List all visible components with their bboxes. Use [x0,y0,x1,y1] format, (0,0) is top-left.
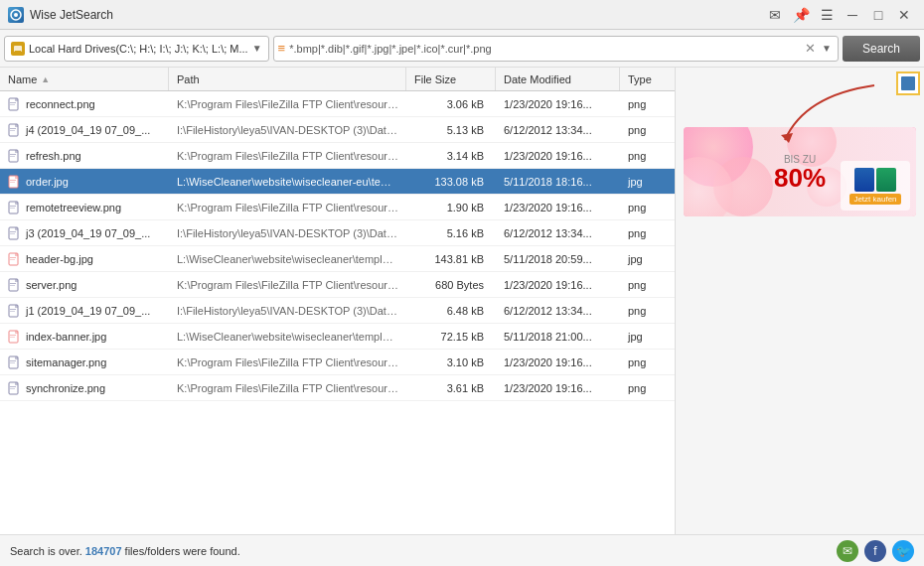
file-date-cell: 1/23/2020 19:16... [496,98,620,110]
file-type-icon [8,304,22,318]
status-prefix: Search is over. [10,545,82,557]
table-row[interactable]: server.png K:\Program Files\FileZilla FT… [0,272,675,298]
file-name-cell: remotetreeview.png [0,201,169,214]
ad-percent: 80% [774,165,826,191]
status-suffix: files/folders were found. [125,545,240,557]
file-path-cell: K:\Program Files\FileZilla FTP Client\re… [169,382,406,394]
file-type-cell: jpg [620,176,675,188]
facebook-icon[interactable]: f [864,540,886,562]
col-header-path[interactable]: Path [169,68,406,90]
table-row[interactable]: j1 (2019_04_19 07_09_... I:\FileHistory\… [0,298,675,324]
status-text: Search is over. 184707 files/folders wer… [10,545,240,557]
file-type-icon [8,252,22,266]
window-controls: ✉ 📌 ☰ ─ □ ✕ [763,5,916,25]
file-type-icon [8,123,22,137]
file-path-cell: K:\Program Files\FileZilla FTP Client\re… [169,98,406,110]
file-name-cell: j4 (2019_04_19 07_09_... [0,123,169,137]
filter-chevron-icon[interactable]: ▼ [820,43,834,54]
file-name-cell: order.jpg [0,175,169,189]
file-size-cell: 3.10 kB [406,356,496,368]
col-header-name[interactable]: Name ▲ [0,68,169,90]
table-row[interactable]: header-bg.jpg L:\WiseCleaner\website\wis… [0,246,675,272]
file-name-cell: j1 (2019_04_19 07_09_... [0,304,169,318]
file-type-icon [8,330,22,344]
file-type-icon [8,201,22,214]
file-path-cell: L:\WiseCleaner\website\wisecleaner-eu\te… [169,176,406,188]
search-button[interactable]: Search [843,36,920,62]
file-size-cell: 6.48 kB [406,305,496,317]
file-path-cell: L:\WiseCleaner\website\wisecleaner\templ… [169,253,406,265]
table-row[interactable]: j4 (2019_04_19 07_09_... I:\FileHistory\… [0,117,675,143]
close-button[interactable]: ✕ [892,5,916,25]
file-name-cell: header-bg.jpg [0,252,169,266]
status-count: 184707 [85,545,122,557]
svg-rect-45 [15,356,18,359]
twitter-icon[interactable]: 🐦 [892,540,914,562]
col-header-type[interactable]: Type [620,68,675,90]
svg-rect-13 [15,150,18,153]
minimize-button[interactable]: ─ [841,5,864,25]
svg-rect-51 [10,388,15,389]
col-header-size[interactable]: File Size [406,68,496,90]
file-type-icon [8,149,22,163]
filter-clear-button[interactable]: ✕ [802,41,818,57]
svg-rect-30 [10,257,16,258]
table-row[interactable]: synchronize.png K:\Program Files\FileZil… [0,375,675,401]
email-icon-btn[interactable]: ✉ [763,5,787,25]
file-type-icon [8,175,22,189]
file-date-cell: 1/23/2020 19:16... [496,150,620,162]
table-row[interactable]: refresh.png K:\Program Files\FileZilla F… [0,143,675,169]
product-box-2 [876,168,896,192]
table-row[interactable]: sitemanager.png K:\Program Files\FileZil… [0,350,675,375]
preview-btn-area [896,71,920,95]
table-row[interactable]: order.jpg L:\WiseCleaner\website\wisecle… [0,169,675,195]
table-row[interactable]: j3 (2019_04_19 07_09_... I:\FileHistory\… [0,220,675,246]
file-date-cell: 5/11/2018 20:59... [496,253,620,265]
svg-rect-6 [10,102,16,103]
status-bar: Search is over. 184707 files/folders wer… [0,534,924,566]
menu-icon-btn[interactable]: ☰ [815,5,839,25]
file-type-cell: png [620,202,675,213]
file-type-cell: png [620,124,675,136]
email-social-icon[interactable]: ✉ [837,540,858,562]
maximize-button[interactable]: □ [866,5,890,25]
svg-rect-3 [15,51,21,52]
table-row[interactable]: index-banner.jpg L:\WiseCleaner\website\… [0,324,675,350]
file-size-cell: 680 Bytes [406,279,496,291]
filter-icon: ≡ [278,41,286,56]
svg-rect-27 [10,233,15,234]
file-name-cell: j3 (2019_04_19 07_09_... [0,226,169,240]
main-content: Name ▲ Path File Size Date Modified Type [0,68,924,534]
svg-rect-26 [10,231,16,232]
svg-rect-50 [10,386,16,387]
location-text: Local Hard Drives(C:\; H:\; I:\; J:\; K:… [29,43,248,55]
svg-rect-19 [10,182,15,183]
table-row[interactable]: remotetreeview.png K:\Program Files\File… [0,195,675,220]
file-date-cell: 1/23/2020 19:16... [496,202,620,213]
col-header-date[interactable]: Date Modified [496,68,620,90]
ad-product-boxes [854,168,896,192]
file-type-cell: png [620,150,675,162]
file-type-icon [8,355,22,369]
file-type-icon [8,97,22,111]
file-size-cell: 133.08 kB [406,176,496,188]
title-bar: Wise JetSearch ✉ 📌 ☰ ─ □ ✕ [0,0,924,30]
svg-rect-34 [10,283,16,284]
svg-rect-25 [15,227,18,230]
svg-rect-37 [15,305,18,308]
preview-toggle-button[interactable] [896,71,920,95]
sort-arrow-icon: ▲ [41,74,50,84]
svg-rect-43 [10,337,15,338]
file-list: reconnect.png K:\Program Files\FileZilla… [0,91,675,534]
file-size-cell: 3.61 kB [406,382,496,394]
right-panel: BIS ZU 80% Jetzt kaufen [676,68,924,534]
file-path-cell: I:\FileHistory\leya5\IVAN-DESKTOP (3)\Da… [169,227,406,239]
file-date-cell: 1/23/2020 19:16... [496,382,620,394]
pin-icon-btn[interactable]: 📌 [789,5,813,25]
location-selector[interactable]: Local Hard Drives(C:\; H:\; I:\; J:\; K:… [4,36,269,62]
table-row[interactable]: reconnect.png K:\Program Files\FileZilla… [0,91,675,117]
file-size-cell: 72.15 kB [406,331,496,343]
file-size-cell: 1.90 kB [406,202,496,213]
file-type-icon [8,381,22,395]
ad-cta-button[interactable]: Jetzt kaufen [849,194,900,205]
